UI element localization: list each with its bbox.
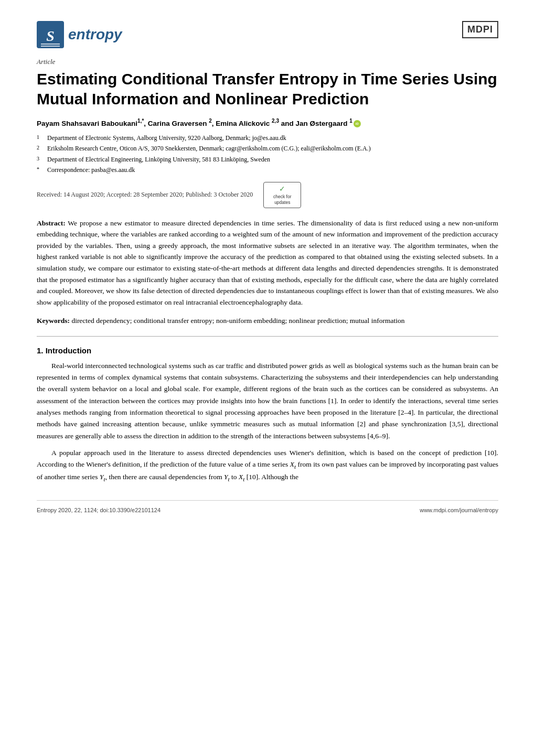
section-1-para-1: Real-world interconnected technological … <box>37 360 498 442</box>
affiliation-1: 1 Department of Electronic Systems, Aalb… <box>37 133 498 143</box>
affiliations-block: 1 Department of Electronic Systems, Aalb… <box>37 133 498 176</box>
section-1-title: 1. Introduction <box>37 346 498 355</box>
dates-row: Received: 14 August 2020; Accepted: 28 S… <box>37 182 498 208</box>
journal-name: entropy <box>68 26 122 43</box>
author-1-sup: 1,* <box>137 118 144 124</box>
mdpi-logo: MDPI <box>462 21 498 38</box>
section-1-para-2: A popular approach used in the literatur… <box>37 447 498 484</box>
footer-url: www.mdpi.com/journal/entropy <box>420 507 498 513</box>
check-icon: ✓ <box>279 185 285 193</box>
section-1-body: Real-world interconnected technological … <box>37 360 498 484</box>
abstract-section: Abstract: We propose a new estimator to … <box>37 218 498 308</box>
author-2: , Carina Graversen <box>144 120 207 127</box>
keywords-label: Keywords: <box>37 317 70 325</box>
keywords-text: directed dependency; conditional transfe… <box>70 317 404 325</box>
article-label: Article <box>37 58 498 66</box>
publication-dates: Received: 14 August 2020; Accepted: 28 S… <box>37 191 253 199</box>
abstract-label: Abstract: <box>37 219 66 227</box>
affiliation-3: 3 Department of Electrical Engineering, … <box>37 154 498 165</box>
affiliation-correspondence: * Correspondence: pasba@es.aau.dk <box>37 165 498 175</box>
abstract-body: We propose a new estimator to measure di… <box>37 219 498 306</box>
author-4-sup: 1 <box>349 118 352 124</box>
footer-journal-info: Entropy 2020, 22, 1124; doi:10.3390/e221… <box>37 507 160 513</box>
check-updates-label: check forupdates <box>273 194 292 206</box>
svg-text:S: S <box>46 28 55 44</box>
author-4: and Jan Østergaard <box>279 120 348 127</box>
check-updates-badge: ✓ check forupdates <box>263 182 301 208</box>
entropy-logo-icon: S <box>37 21 64 48</box>
section-1-number: 1. <box>37 346 44 355</box>
journal-logo: S entropy <box>37 21 122 48</box>
keywords-section: Keywords: directed dependency; condition… <box>37 315 498 327</box>
page-footer: Entropy 2020, 22, 1124; doi:10.3390/e221… <box>37 500 498 513</box>
authors-line: Payam Shahsavari Baboukani1,*, Carina Gr… <box>37 118 498 127</box>
section-divider <box>37 336 498 337</box>
author-3: , Emina Alickovic <box>212 120 270 127</box>
paper-title: Estimating Conditional Transfer Entropy … <box>37 69 498 109</box>
author-3-sup: 2,3 <box>272 118 279 124</box>
page-header: S entropy MDPI <box>37 21 498 48</box>
author-1: Payam Shahsavari Baboukani <box>37 120 137 127</box>
orcid-icon <box>354 120 361 127</box>
affiliation-2: 2 Eriksholm Research Centre, Oticon A/S,… <box>37 143 498 154</box>
section-1-heading: Introduction <box>46 346 91 355</box>
abstract-text: Abstract: We propose a new estimator to … <box>37 218 498 308</box>
